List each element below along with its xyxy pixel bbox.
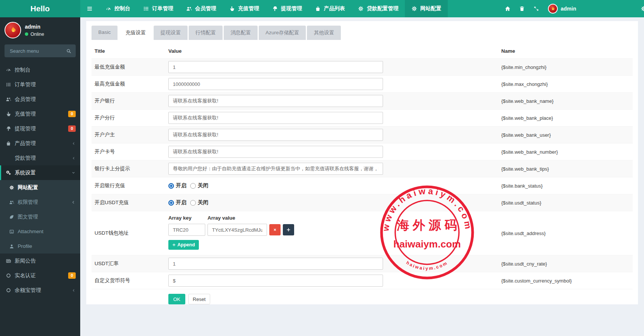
ok-button[interactable]: OK [168, 294, 185, 304]
settings-button[interactable] [636, 0, 644, 17]
sidebar-subitem-7-0[interactable]: 网站配置 [0, 180, 80, 195]
chev-left-icon [70, 200, 76, 205]
list-icon [6, 82, 11, 87]
nav-item-4[interactable]: 提现管理 [266, 0, 308, 17]
tab-2[interactable]: 提现设置 [154, 26, 188, 40]
row-value [168, 78, 501, 90]
field-input[interactable] [168, 163, 383, 175]
top-navbar: Hello 控制台订单管理会员管理充值管理提现管理产品列表贷款配置管理网站配置 … [0, 0, 644, 17]
sidebar-item-7[interactable]: 系统设置 [0, 165, 80, 180]
brand-logo[interactable]: Hello [0, 0, 80, 17]
avatar [5, 22, 21, 38]
sidebar-item-label: 会员管理 [15, 96, 36, 103]
row-title: 最高充值金额 [95, 81, 168, 87]
user-icon [9, 244, 14, 249]
nav-item-3[interactable]: 充值管理 [223, 0, 266, 17]
sidebar-subitem-label: 网站配置 [18, 184, 38, 191]
tab-0[interactable]: Basic [92, 26, 118, 40]
field-input[interactable] [168, 146, 383, 158]
row-value [168, 258, 501, 270]
nav-item-label: 控制台 [114, 5, 130, 12]
table-row: 最高充值金额{$site.max_chongzhi} [92, 75, 633, 92]
settings-card: Basic充值设置提现设置行情配置消息配置Azure存储配置其他设置 Title… [86, 21, 638, 304]
sidebar-item-0[interactable]: 控制台 [0, 63, 80, 77]
field-input[interactable] [168, 275, 383, 287]
search-input[interactable] [9, 48, 63, 54]
sidebar-item-2[interactable]: 会员管理 [0, 92, 80, 107]
radio-off-label: 关闭 [198, 199, 208, 206]
home-icon [505, 6, 511, 12]
chev-left-icon [71, 288, 76, 293]
sidebar-item-label: 产品管理 [15, 140, 36, 147]
field-input[interactable] [168, 95, 383, 107]
field-input[interactable] [168, 258, 383, 270]
tab-1[interactable]: 充值设置 [119, 26, 153, 40]
gear-icon [411, 6, 417, 12]
home-button[interactable] [501, 0, 515, 17]
navbar-right: admin [501, 0, 644, 17]
navbar-items: 控制台订单管理会员管理充值管理提现管理产品列表贷款配置管理网站配置 [99, 0, 448, 17]
nav-item-6[interactable]: 贷款配置管理 [351, 0, 405, 17]
add-row-button[interactable] [283, 224, 294, 235]
nav-item-label: 订单管理 [152, 5, 173, 12]
news-icon [6, 258, 11, 264]
nav-item-label: 贷款配置管理 [367, 5, 398, 12]
sidebar-item-1[interactable]: 订单管理 [0, 77, 80, 92]
row-value: Array keyArray valueAppend [168, 214, 501, 253]
tab-4[interactable]: 消息配置 [224, 26, 258, 40]
user-menu[interactable]: admin [543, 4, 581, 14]
field-input[interactable] [168, 78, 383, 90]
hand-up-icon [6, 111, 11, 117]
sidebar-toggle-button[interactable] [80, 0, 99, 17]
reset-button[interactable]: Reset [188, 294, 210, 304]
leaf-icon [9, 214, 14, 220]
tab-5[interactable]: Azure存储配置 [259, 26, 306, 40]
online-dot [25, 32, 28, 36]
nav-item-0[interactable]: 控制台 [99, 0, 137, 17]
sidebar-item-8[interactable]: 新闻公告 [0, 254, 80, 268]
tab-6[interactable]: 其他设置 [307, 26, 341, 40]
hamburger-icon [87, 6, 93, 12]
sidebar-subitem-7-2[interactable]: 图文管理 [0, 209, 80, 224]
radio-off[interactable] [190, 183, 196, 189]
clear-cache-button[interactable] [515, 0, 529, 17]
chevron-left-icon [71, 141, 76, 146]
sidebar-subitem-label: Attachment [18, 229, 43, 234]
fullscreen-button[interactable] [529, 0, 543, 17]
nav-item-label: 网站配置 [420, 5, 441, 12]
sidebar-subitem-7-4[interactable]: Profile [0, 239, 80, 254]
radio-on[interactable] [168, 200, 174, 206]
sidebar-item-5[interactable]: 产品管理 [0, 136, 80, 151]
radio-on[interactable] [168, 183, 174, 189]
nav-item-5[interactable]: 产品列表 [308, 0, 351, 17]
array-value-input[interactable] [208, 224, 267, 236]
image-icon [9, 229, 14, 234]
sidebar-item-4[interactable]: 提现管理0 [0, 121, 80, 136]
sidebar-item-6[interactable]: 贷款管理 [0, 151, 80, 165]
menu-search [5, 44, 76, 57]
sidebar-subitem-7-3[interactable]: Attachment [0, 224, 80, 239]
nav-item-label: 充值管理 [238, 5, 259, 12]
nav-item-2[interactable]: 会员管理 [180, 0, 223, 17]
field-input[interactable] [168, 129, 383, 141]
table-row: 开户卡号{$site.web_bank_number} [92, 143, 633, 160]
sidebar-subitem-7-1[interactable]: 权限管理 [0, 195, 80, 209]
sidebar-item-3[interactable]: 充值管理0 [0, 107, 80, 121]
tab-3[interactable]: 行情配置 [189, 26, 223, 40]
sidebar-item-10[interactable]: 余额宝管理 [0, 283, 80, 298]
sidebar-item-9[interactable]: 实名认证0 [0, 268, 80, 283]
radio-off[interactable] [190, 200, 196, 206]
remove-row-button[interactable] [269, 224, 281, 235]
plus-icon [172, 243, 176, 247]
table-row: 银行卡上分提示{$site.web_bank_tips} [92, 160, 633, 177]
row-value [168, 275, 501, 287]
nav-item-1[interactable]: 订单管理 [137, 0, 180, 17]
flame-icon [550, 6, 555, 12]
field-input[interactable] [168, 61, 383, 73]
array-key-input[interactable] [168, 224, 205, 236]
field-input[interactable] [168, 112, 383, 124]
sidebar-item-label: 新闻公告 [15, 258, 36, 264]
append-button[interactable]: Append [168, 240, 199, 250]
nav-item-7[interactable]: 网站配置 [405, 0, 448, 17]
search-button[interactable] [63, 45, 74, 57]
